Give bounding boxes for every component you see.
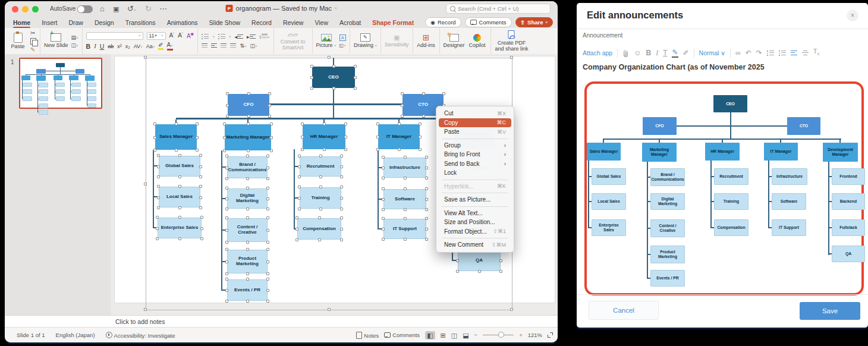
selection-handle[interactable] xyxy=(404,208,407,211)
ribbon-tab-draw[interactable]: Draw xyxy=(68,19,83,26)
selection-handle[interactable] xyxy=(422,115,425,118)
numbered-list-icon[interactable] xyxy=(779,51,786,56)
org-node-content-creative[interactable]: Content / Creative xyxy=(227,218,268,242)
selection-handle[interactable] xyxy=(266,300,269,303)
selection-handle[interactable] xyxy=(266,197,269,200)
selection-handle[interactable] xyxy=(199,185,202,188)
create-pdf-button[interactable]: Create PDF and share link xyxy=(495,30,529,52)
selection-handle[interactable] xyxy=(175,149,178,152)
selection-handle[interactable] xyxy=(419,136,422,139)
selection-handle[interactable] xyxy=(425,208,428,211)
selection-handle[interactable] xyxy=(225,241,228,244)
numbered-list-button[interactable] xyxy=(218,34,225,39)
background-color-icon[interactable]: ✐ xyxy=(683,49,689,57)
org-node-events-pr[interactable]: Events / PR xyxy=(227,279,268,301)
selection-handle[interactable] xyxy=(266,166,269,169)
org-node-infrastructure[interactable]: Infrastructure xyxy=(383,158,426,178)
slide-thumbnail[interactable] xyxy=(19,58,102,109)
selection-handle[interactable] xyxy=(340,185,343,188)
outdent-button[interactable]: ◂ xyxy=(234,34,243,40)
close-icon[interactable]: × xyxy=(847,10,858,21)
selection-handle[interactable] xyxy=(422,92,425,95)
org-node-recruitment[interactable]: Recruitment xyxy=(300,156,341,177)
selection-handle[interactable] xyxy=(157,185,160,188)
selection-handle[interactable] xyxy=(153,149,156,152)
ribbon-tab-transitions[interactable]: Transitions xyxy=(125,19,156,26)
context-menu-item-cut[interactable]: Cut⌘X xyxy=(439,109,511,118)
selection-handle[interactable] xyxy=(226,115,229,118)
selection-handle[interactable] xyxy=(196,122,199,125)
selection-handle[interactable] xyxy=(178,175,181,178)
selection-handle[interactable] xyxy=(340,175,343,178)
selection-handle[interactable] xyxy=(196,136,199,139)
selection-handle[interactable] xyxy=(295,228,298,231)
context-menu-item-copy[interactable]: Copy⌘C xyxy=(439,118,511,128)
selection-handle[interactable] xyxy=(270,136,273,139)
zoom-slider-knob[interactable] xyxy=(498,332,504,338)
selection-handle[interactable] xyxy=(382,217,385,220)
context-menu-item-view-alt-text[interactable]: View Alt Text... xyxy=(439,209,511,218)
clear-formatting-button[interactable]: A✱ xyxy=(187,32,194,39)
selection-handle[interactable] xyxy=(382,198,385,201)
selection-handle[interactable] xyxy=(401,115,404,118)
selection-handle[interactable] xyxy=(298,185,301,188)
selection-handle[interactable] xyxy=(510,308,513,311)
bullet-list-button[interactable] xyxy=(202,34,209,39)
selection-handle[interactable] xyxy=(247,92,250,95)
columns-button[interactable]: ◫˅ xyxy=(250,43,257,49)
selection-handle[interactable] xyxy=(328,308,331,311)
selection-handle[interactable] xyxy=(270,122,273,125)
ribbon-tab-home[interactable]: Home xyxy=(13,19,30,26)
selection-handle[interactable] xyxy=(225,197,228,200)
ribbon-tab-design[interactable]: Design xyxy=(95,19,114,26)
ribbon-tab-view[interactable]: View xyxy=(315,19,328,26)
selection-handle[interactable] xyxy=(266,155,269,158)
selection-handle[interactable] xyxy=(340,207,343,210)
selection-handle[interactable] xyxy=(344,148,347,151)
share-button[interactable]: ⇧Share˅ xyxy=(515,17,553,27)
selection-handle[interactable] xyxy=(319,155,322,158)
paperclip-icon[interactable] xyxy=(622,49,629,57)
comments-button[interactable]: Comments xyxy=(465,17,512,27)
slide-sorter-view-button[interactable]: ⊞ xyxy=(441,331,446,339)
selection-handle[interactable] xyxy=(382,156,385,159)
picture-button[interactable]: Picture ˅ xyxy=(316,34,336,48)
selection-handle[interactable] xyxy=(266,278,269,281)
selection-handle[interactable] xyxy=(425,217,428,220)
org-node-ceo[interactable]: CEO xyxy=(312,67,355,88)
org-node-sales-manager[interactable]: Sales Manager xyxy=(155,124,197,150)
strikethrough-button[interactable]: ab xyxy=(108,43,114,49)
selection-handle[interactable] xyxy=(266,289,269,292)
selection-handle[interactable] xyxy=(318,216,321,219)
notes-pane[interactable]: Click to add notes xyxy=(5,315,558,328)
selection-handle[interactable] xyxy=(225,155,228,158)
selection-handle[interactable] xyxy=(156,216,159,219)
selection-handle[interactable] xyxy=(178,206,181,209)
selection-handle[interactable] xyxy=(425,198,428,201)
selection-handle[interactable] xyxy=(332,65,335,68)
selection-handle[interactable] xyxy=(382,166,385,169)
text-box-button[interactable]: A xyxy=(339,34,346,41)
selection-handle[interactable] xyxy=(298,155,301,158)
org-node-local-sales[interactable]: Local Sales xyxy=(159,187,200,207)
ribbon-tab-record[interactable]: Record xyxy=(251,19,272,26)
selection-handle[interactable] xyxy=(354,76,357,79)
selection-handle[interactable] xyxy=(404,177,407,180)
text-direction-button[interactable]: ⇅˅ xyxy=(240,43,246,49)
selection-handle[interactable] xyxy=(223,122,226,125)
org-node-qa[interactable]: QA xyxy=(458,250,501,271)
undo-icon[interactable]: ↶ xyxy=(746,49,751,57)
selection-handle[interactable] xyxy=(376,136,379,139)
selection-handle[interactable] xyxy=(266,272,269,275)
superscript-button[interactable]: x² xyxy=(117,43,122,49)
selection-handle[interactable] xyxy=(199,196,202,199)
subscript-button[interactable]: x₂ xyxy=(125,43,130,49)
selection-handle[interactable] xyxy=(223,136,226,139)
autosave-toggle[interactable] xyxy=(77,5,93,13)
selection-handle[interactable] xyxy=(200,216,203,219)
selection-handle[interactable] xyxy=(246,155,249,158)
context-menu-item-group[interactable]: Group› xyxy=(439,141,511,150)
selection-handle[interactable] xyxy=(175,122,178,125)
slideshow-button[interactable]: ⬓ xyxy=(463,331,468,339)
save-button[interactable]: Save xyxy=(800,302,860,320)
